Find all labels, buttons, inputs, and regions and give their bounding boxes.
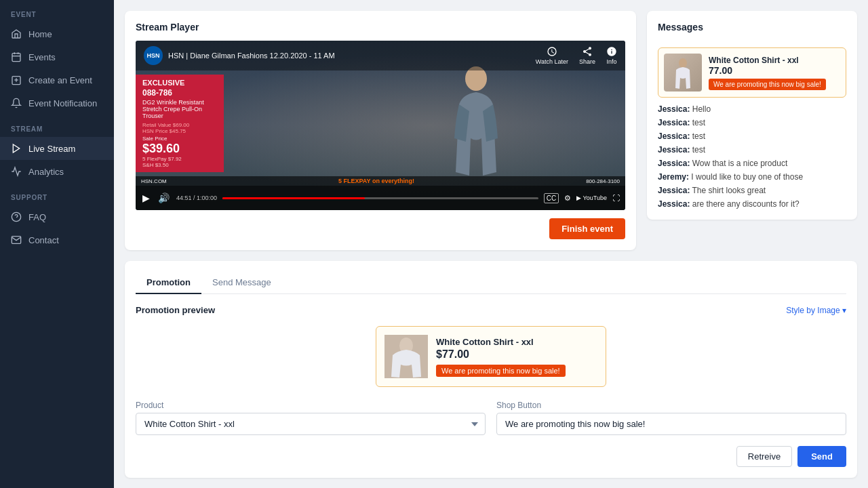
sidebar-item-analytics-label: Analytics xyxy=(28,167,64,177)
progress-bar[interactable] xyxy=(222,197,538,199)
retreive-button[interactable]: Retreive xyxy=(736,446,792,467)
preview-area: White Cotton Shirt - xxl $77.00 We are p… xyxy=(136,326,846,387)
tab-promotion[interactable]: Promotion xyxy=(136,272,201,294)
promotion-notification: White Cotton Shirt - xxl 77.00 We are pr… xyxy=(658,47,846,98)
sidebar-item-events-label: Events xyxy=(28,52,56,62)
fullscreen-button[interactable]: ⛶ xyxy=(612,194,620,202)
watch-later-button[interactable]: Watch Later xyxy=(536,46,568,65)
product-label: Product xyxy=(136,401,486,410)
share-button[interactable]: Share xyxy=(579,46,595,65)
stream-player-card: Stream Player EXCLUSIVE 088-786 xyxy=(125,11,636,250)
analytics-icon xyxy=(11,166,22,177)
svg-marker-7 xyxy=(13,144,19,152)
sidebar-item-contact-label: Contact xyxy=(28,235,59,245)
message-item: Jessica: Wow that is a nice product xyxy=(658,159,846,168)
hsn-bottom-bar: HSN.COM 5 FLEXPAY on everything! 800-284… xyxy=(136,176,625,186)
message-item: Jessica: test xyxy=(658,131,846,141)
youtube-logo: ▶ YouTube xyxy=(576,195,607,201)
finish-btn-row: Finish event xyxy=(136,218,625,239)
volume-button[interactable]: 🔊 xyxy=(157,192,171,203)
tabs-row: Promotion Send Message xyxy=(136,272,846,294)
cc-button[interactable]: CC xyxy=(544,193,559,203)
promotion-card: Promotion Send Message Promotion preview… xyxy=(125,261,857,478)
contact-icon xyxy=(11,235,22,245)
exclusive-title: EXCLUSIVE xyxy=(142,79,217,87)
preview-product-image xyxy=(384,335,428,378)
exclusive-banner: EXCLUSIVE 088-786 DG2 Wrinkle Resistant … xyxy=(136,75,224,172)
sidebar-item-home-label: Home xyxy=(28,29,52,39)
time-elapsed: 44:51 / 1:00:00 xyxy=(176,195,217,201)
progress-fill xyxy=(222,197,365,199)
info-button[interactable]: Info xyxy=(606,46,617,65)
messages-card: Messages White Cotton Shirt - xxl 77.00 … xyxy=(647,11,857,220)
preview-card: White Cotton Shirt - xxl $77.00 We are p… xyxy=(376,326,606,387)
sidebar-item-home[interactable]: Home xyxy=(0,22,114,45)
person-silhouette xyxy=(449,64,503,186)
play-button[interactable]: ▶ xyxy=(141,192,151,203)
sidebar: EVENT Home Events Create an Event Event … xyxy=(0,0,114,488)
notification-icon xyxy=(11,98,22,108)
actions-row: Retreive Send xyxy=(136,446,846,467)
exclusive-num: 088-786 xyxy=(142,88,217,98)
sidebar-item-analytics[interactable]: Analytics xyxy=(0,160,114,183)
settings-button[interactable]: ⚙ xyxy=(564,194,571,203)
product-select[interactable]: White Cotton Shirt - xxl xyxy=(136,413,486,435)
shop-button-input[interactable] xyxy=(496,413,846,435)
promotion-preview-header: Promotion preview Style by Image ▾ xyxy=(136,305,846,315)
message-item: Jessica: test xyxy=(658,118,846,127)
promo-image xyxy=(664,54,702,92)
preview-product-name: White Cotton Shirt - xxl xyxy=(436,337,597,347)
preview-product-price: $77.00 xyxy=(436,348,597,361)
shop-button-field-group: Shop Button xyxy=(496,401,846,435)
events-icon xyxy=(11,52,22,62)
promo-price: 77.00 xyxy=(709,65,840,76)
message-item: Jessica: The shirt looks great xyxy=(658,186,846,195)
svg-rect-0 xyxy=(12,54,20,62)
product-field-group: Product White Cotton Shirt - xxl xyxy=(136,401,486,435)
messages-list: Jessica: Hello Jessica: test Jessica: te… xyxy=(658,104,846,209)
sidebar-item-events[interactable]: Events xyxy=(0,45,114,68)
video-container[interactable]: EXCLUSIVE 088-786 DG2 Wrinkle Resistant … xyxy=(136,41,625,210)
sidebar-item-faq[interactable]: FAQ xyxy=(0,205,114,228)
form-row: Product White Cotton Shirt - xxl Shop Bu… xyxy=(136,401,846,435)
shop-button-label: Shop Button xyxy=(496,401,846,410)
sidebar-item-event-notification-label: Event Notification xyxy=(28,98,97,108)
sale-price: $39.60 xyxy=(142,142,217,156)
sidebar-item-live-stream-label: Live Stream xyxy=(28,144,75,154)
preview-promo-badge: We are promoting this now big sale! xyxy=(436,365,566,377)
sidebar-item-create-event-label: Create an Event xyxy=(28,75,92,85)
message-item: Jessica: are there any discounts for it? xyxy=(658,199,846,209)
svg-point-11 xyxy=(679,58,687,68)
video-content: EXCLUSIVE 088-786 DG2 Wrinkle Resistant … xyxy=(136,41,625,210)
exclusive-product-name: DG2 Wrinkle Resistant Stretch Crepe Pull… xyxy=(142,99,217,119)
main-content: Stream Player EXCLUSIVE 088-786 xyxy=(114,0,868,488)
promo-details: White Cotton Shirt - xxl 77.00 We are pr… xyxy=(709,56,840,90)
video-overlay-top: HSN HSN | Diane Gilman Fashions 12.20.20… xyxy=(136,41,625,70)
sidebar-section-stream: STREAM xyxy=(0,115,114,137)
faq-icon xyxy=(11,211,22,222)
sidebar-section-support: SUPPORT xyxy=(0,183,114,205)
sidebar-item-live-stream[interactable]: Live Stream xyxy=(0,137,114,160)
sidebar-item-event-notification[interactable]: Event Notification xyxy=(0,92,114,115)
preview-title: Promotion preview xyxy=(136,305,215,315)
sidebar-item-create-event[interactable]: Create an Event xyxy=(0,68,114,92)
messages-title: Messages xyxy=(658,22,846,33)
sidebar-item-contact[interactable]: Contact xyxy=(0,228,114,251)
send-button[interactable]: Send xyxy=(797,446,846,467)
message-item: Jessica: Hello xyxy=(658,104,846,114)
create-event-icon xyxy=(11,75,22,85)
style-by-image-button[interactable]: Style by Image ▾ xyxy=(786,306,846,315)
stream-player-title: Stream Player xyxy=(136,22,625,33)
finish-event-button[interactable]: Finish event xyxy=(549,218,625,239)
exclusive-retail-label: Retail Value $69.00 xyxy=(142,122,217,128)
tab-send-message[interactable]: Send Message xyxy=(201,272,282,294)
hsn-logo: HSN xyxy=(144,46,163,65)
video-title: HSN | Diane Gilman Fashions 12.20.2020 -… xyxy=(168,52,530,60)
top-row: Stream Player EXCLUSIVE 088-786 xyxy=(125,11,857,250)
sidebar-item-faq-label: FAQ xyxy=(28,212,46,222)
message-item: Jessica: test xyxy=(658,145,846,155)
sidebar-section-event: EVENT xyxy=(0,0,114,22)
promo-badge: We are promoting this now big sale! xyxy=(709,79,826,90)
home-icon xyxy=(11,28,22,39)
video-controls: ▶ 🔊 44:51 / 1:00:00 CC ⚙ ▶ YouTube ⛶ xyxy=(136,186,625,210)
